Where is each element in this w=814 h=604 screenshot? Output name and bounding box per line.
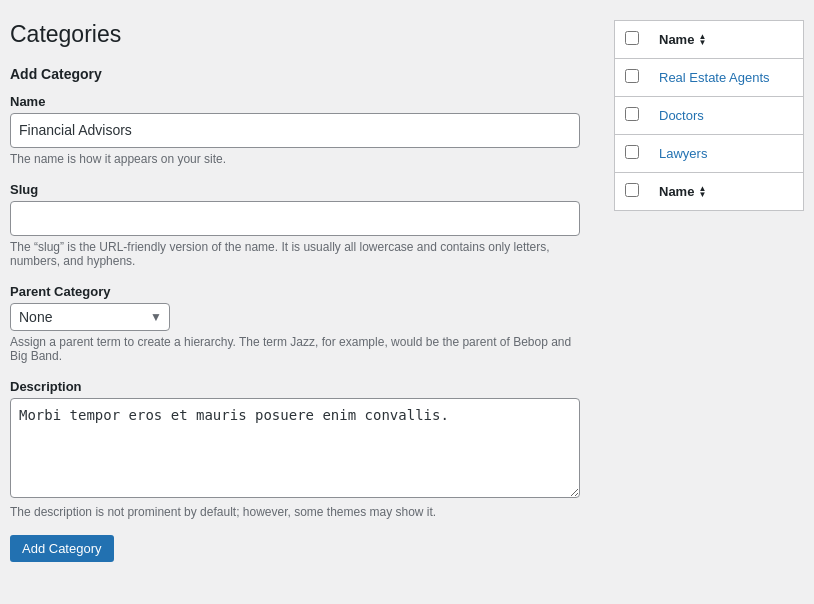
header-checkbox[interactable] [625,31,639,45]
table-row: Lawyers [615,135,803,173]
parent-category-select-wrapper: None Real Estate Agents Doctors Lawyers … [10,303,170,331]
sort-icon-footer: ▲▼ [698,186,706,197]
row-checkbox-cell [615,135,649,173]
page-title: Categories [10,20,594,50]
slug-label: Slug [10,182,594,197]
row-checkbox-cell [615,59,649,97]
description-label: Description [10,379,594,394]
footer-checkbox[interactable] [625,183,639,197]
row-checkbox-cell [615,97,649,135]
sort-icon: ▲▼ [698,34,706,45]
category-link-real-estate-agents[interactable]: Real Estate Agents [659,70,770,85]
category-name-cell: Doctors [649,97,803,135]
slug-input[interactable] [10,201,580,236]
table-row: Real Estate Agents [615,59,803,97]
name-label: Name [10,94,594,109]
footer-name-cell: Name ▲▼ [649,173,803,211]
description-textarea[interactable]: Morbi tempor eros et mauris posuere enim… [10,398,580,498]
parent-category-help: Assign a parent term to create a hierarc… [10,335,580,363]
category-link-lawyers[interactable]: Lawyers [659,146,707,161]
description-field-group: Description Morbi tempor eros et mauris … [10,379,594,519]
name-help: The name is how it appears on your site. [10,152,580,166]
row-checkbox-lawyers[interactable] [625,145,639,159]
table-row: Doctors [615,97,803,135]
add-category-section-title: Add Category [10,66,594,82]
submit-group: Add Category [10,535,594,562]
category-link-doctors[interactable]: Doctors [659,108,704,123]
parent-category-field-group: Parent Category None Real Estate Agents … [10,284,594,363]
row-checkbox-doctors[interactable] [625,107,639,121]
table-header-row: Name ▲▼ [615,21,803,59]
footer-name-label[interactable]: Name ▲▼ [659,184,793,199]
table-footer-row: Name ▲▼ [615,173,803,211]
category-name-cell: Real Estate Agents [649,59,803,97]
parent-category-label: Parent Category [10,284,594,299]
name-field-group: Name The name is how it appears on your … [10,94,594,166]
header-checkbox-cell [615,21,649,59]
description-help: The description is not prominent by defa… [10,505,580,519]
header-name-cell: Name ▲▼ [649,21,803,59]
footer-checkbox-cell [615,173,649,211]
slug-field-group: Slug The “slug” is the URL-friendly vers… [10,182,594,268]
category-name-cell: Lawyers [649,135,803,173]
header-name-label[interactable]: Name ▲▼ [659,32,793,47]
categories-table-panel: Name ▲▼ Real Estate Agents [614,20,804,211]
add-category-button[interactable]: Add Category [10,535,114,562]
parent-category-select[interactable]: None Real Estate Agents Doctors Lawyers [10,303,170,331]
name-input[interactable] [10,113,580,148]
categories-table: Name ▲▼ Real Estate Agents [615,21,803,210]
slug-help: The “slug” is the URL-friendly version o… [10,240,580,268]
row-checkbox-real-estate[interactable] [625,69,639,83]
